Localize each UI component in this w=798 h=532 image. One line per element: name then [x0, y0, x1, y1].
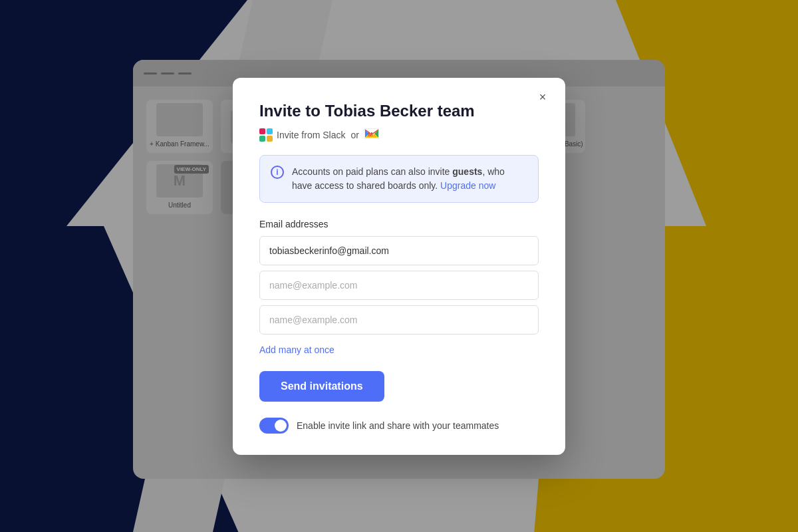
info-icon: i — [271, 166, 284, 179]
svg-text:M: M — [368, 131, 373, 138]
toggle-knob — [275, 420, 287, 432]
modal: × Invite to Tobias Becker team Invite fr… — [233, 78, 565, 455]
invite-link-toggle[interactable] — [259, 418, 289, 434]
slack-q4 — [267, 136, 273, 142]
slack-icon — [259, 128, 273, 142]
info-text-before: Accounts on paid plans can also invite — [292, 166, 452, 177]
email-input-2[interactable] — [259, 271, 539, 300]
toggle-row: Enable invite link and share with your t… — [259, 418, 539, 434]
invite-slack-link[interactable]: Invite from Slack — [259, 128, 345, 142]
invite-slack-label: Invite from Slack — [277, 130, 345, 140]
invite-gmail-link[interactable]: M — [364, 128, 379, 141]
slack-q1 — [259, 128, 265, 134]
toggle-label: Enable invite link and share with your t… — [297, 420, 499, 431]
email-input-3[interactable] — [259, 305, 539, 334]
upgrade-link[interactable]: Upgrade now — [440, 180, 495, 191]
modal-title: Invite to Tobias Becker team — [259, 102, 539, 120]
slack-q3 — [259, 136, 265, 142]
add-many-link[interactable]: Add many at once — [259, 344, 334, 355]
info-box: i Accounts on paid plans can also invite… — [259, 155, 539, 203]
email-input-1[interactable] — [259, 236, 539, 265]
email-inputs — [259, 236, 539, 334]
gmail-icon: M — [364, 128, 379, 139]
email-label: Email addresses — [259, 219, 539, 229]
info-bold: guests — [452, 166, 482, 177]
send-invitations-button[interactable]: Send invitations — [259, 371, 384, 402]
info-text: Accounts on paid plans can also invite g… — [292, 165, 527, 193]
close-button[interactable]: × — [533, 88, 552, 107]
modal-overlay: × Invite to Tobias Becker team Invite fr… — [0, 0, 798, 532]
slack-q2 — [267, 128, 273, 134]
invite-sources: Invite from Slack or M — [259, 128, 539, 142]
invite-or-label: or — [350, 130, 358, 140]
